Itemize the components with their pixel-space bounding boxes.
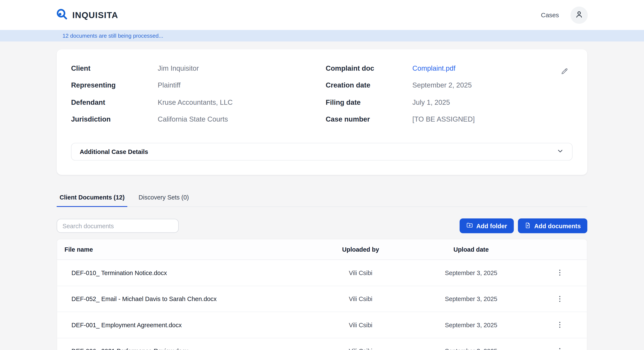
magnifier-logo-icon	[56, 8, 68, 22]
uploaded-by-cell: Vili Csibi	[304, 269, 418, 276]
case-fields-left: Client Jim Inquisitor Representing Plain…	[71, 60, 326, 128]
toolbar-buttons: Add folder Add documents	[459, 218, 587, 233]
column-header-uploaded-by: Uploaded by	[304, 246, 418, 253]
additional-details-label: Additional Case Details	[80, 148, 148, 155]
add-documents-label: Add documents	[534, 222, 581, 229]
table-row[interactable]: DEF-001_ Employment Agreement.docx Vili …	[57, 312, 587, 338]
field-label: Complaint doc	[326, 64, 412, 72]
field-representing: Representing Plaintiff	[71, 77, 326, 94]
field-label: Defendant	[71, 98, 158, 107]
upload-date-cell: September 3, 2025	[418, 322, 524, 328]
documents-toolbar: Add folder Add documents	[57, 218, 587, 233]
upload-date-cell: September 3, 2025	[418, 348, 524, 350]
row-menu-kebab-icon[interactable]	[556, 347, 564, 350]
field-complaint-doc: Complaint doc Complaint.pdf	[326, 60, 572, 77]
field-value: California State Courts	[158, 116, 326, 124]
field-label: Jurisdiction	[71, 116, 158, 124]
uploaded-by-cell: Vili Csibi	[304, 295, 418, 302]
column-header-upload-date: Upload date	[418, 246, 524, 253]
app-header: INQUISITA Cases	[0, 0, 644, 30]
field-case-number: Case number [TO BE ASSIGNED]	[326, 111, 572, 128]
field-value: July 1, 2025	[412, 98, 572, 107]
field-label: Client	[71, 64, 158, 72]
field-label: Creation date	[326, 81, 412, 90]
field-value: [TO BE ASSIGNED]	[412, 116, 572, 124]
field-label: Case number	[326, 116, 412, 124]
search-input[interactable]	[57, 219, 179, 233]
field-label: Representing	[71, 81, 158, 90]
processing-banner: 12 documents are still being processed..…	[0, 30, 644, 42]
uploaded-by-cell: Vili Csibi	[304, 322, 418, 328]
field-value: Jim Inquisitor	[158, 64, 326, 72]
document-tabs: Client Documents (12) Discovery Sets (0)	[57, 192, 587, 207]
tab-discovery-sets[interactable]: Discovery Sets (0)	[136, 192, 192, 207]
table-row[interactable]: DEF-006_ 2021 Performance Review.docx Vi…	[57, 338, 587, 350]
upload-date-cell: September 3, 2025	[418, 295, 524, 302]
file-name-cell: DEF-001_ Employment Agreement.docx	[57, 322, 304, 328]
field-value: Kruse Accountants, LLC	[158, 98, 326, 107]
edit-case-icon[interactable]	[560, 67, 568, 77]
upload-date-cell: September 3, 2025	[418, 269, 524, 276]
file-name-cell: DEF-052_ Email - Michael Davis to Sarah …	[57, 295, 304, 302]
folder-plus-icon	[466, 222, 473, 230]
row-menu-kebab-icon[interactable]	[556, 269, 564, 277]
documents-table: File name Uploaded by Upload date DEF-01…	[57, 239, 587, 350]
field-creation-date: Creation date September 2, 2025	[326, 77, 572, 94]
brand-name: INQUISITA	[72, 10, 118, 20]
table-row[interactable]: DEF-010_ Termination Notice.docx Vili Cs…	[57, 260, 587, 286]
table-row[interactable]: DEF-052_ Email - Michael Davis to Sarah …	[57, 286, 587, 312]
brand-logo[interactable]: INQUISITA	[56, 8, 118, 22]
add-folder-label: Add folder	[476, 222, 507, 229]
add-documents-button[interactable]: Add documents	[518, 218, 587, 233]
file-name-cell: DEF-010_ Termination Notice.docx	[57, 269, 304, 276]
document-plus-icon	[524, 222, 531, 230]
person-icon	[574, 10, 584, 20]
tab-client-documents[interactable]: Client Documents (12)	[57, 192, 127, 207]
file-name-cell: DEF-006_ 2021 Performance Review.docx	[57, 348, 304, 350]
field-jurisdiction: Jurisdiction California State Courts	[71, 111, 326, 128]
user-avatar[interactable]	[570, 6, 588, 24]
field-value: Plaintiff	[158, 81, 326, 90]
complaint-pdf-link[interactable]: Complaint.pdf	[412, 64, 572, 72]
chevron-down-icon	[556, 147, 564, 156]
case-fields: Client Jim Inquisitor Representing Plain…	[71, 60, 573, 128]
case-fields-right: Complaint doc Complaint.pdf Creation dat…	[326, 60, 572, 128]
field-value: September 2, 2025	[412, 81, 572, 90]
field-client: Client Jim Inquisitor	[71, 60, 326, 77]
row-menu-kebab-icon[interactable]	[556, 321, 564, 329]
field-filing-date: Filing date July 1, 2025	[326, 94, 572, 111]
app-viewport: INQUISITA Cases 12 documents are still b…	[0, 0, 644, 350]
column-header-file-name: File name	[57, 246, 304, 253]
table-header-row: File name Uploaded by Upload date	[57, 239, 587, 260]
add-folder-button[interactable]: Add folder	[459, 218, 514, 233]
field-label: Filing date	[326, 98, 412, 107]
uploaded-by-cell: Vili Csibi	[304, 348, 418, 350]
nav-cases[interactable]: Cases	[541, 11, 559, 19]
header-right: Cases	[541, 6, 588, 24]
case-details-card: Client Jim Inquisitor Representing Plain…	[57, 49, 587, 175]
row-menu-kebab-icon[interactable]	[556, 295, 564, 303]
additional-details-toggle[interactable]: Additional Case Details	[71, 143, 573, 160]
processing-banner-text: 12 documents are still being processed..…	[62, 32, 163, 39]
field-defendant: Defendant Kruse Accountants, LLC	[71, 94, 326, 111]
